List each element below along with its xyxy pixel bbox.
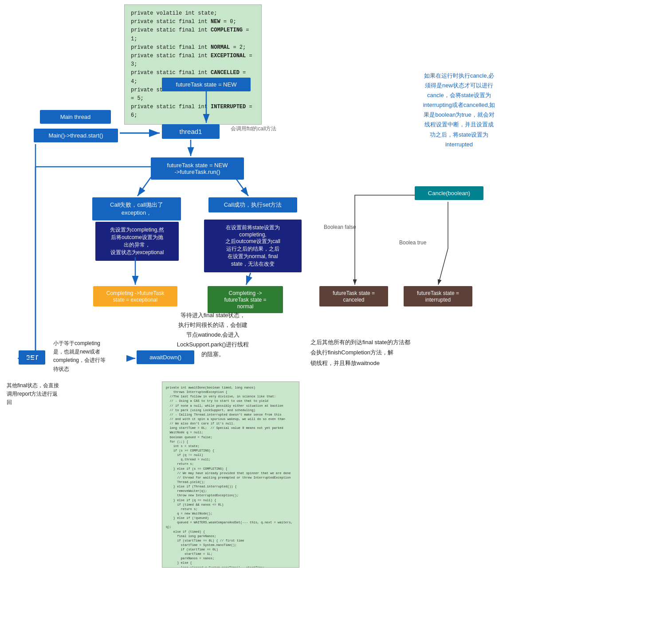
code-line-8: private static final int INTERRUPTED = 6… (131, 103, 255, 120)
code-line-4: private static final int NORMAL = 2; (131, 43, 255, 52)
svg-line-6 (246, 273, 251, 285)
box-call-fail-title: Call失败，call抛出了 exception， (92, 197, 181, 220)
text-get-detail: 小于等于completing 是，也就是new或者 completing，会进行… (53, 339, 131, 373)
arrows-svg (0, 0, 656, 644)
box-future-interrupted: futureTask state = interrupted (404, 286, 472, 306)
box-completing-exceptional: Completing ->futureTask state = exceptio… (93, 286, 177, 306)
box-main-thread: Main thread (40, 110, 111, 124)
text-boolean-false: Boolean false (324, 224, 356, 230)
box-completing-normal: Completing -> futureTask state = normal (208, 286, 283, 313)
text-cancel-note: 如果在运行时执行cancle,必 须得是new状态才可以进行 cancle，会将… (399, 71, 519, 149)
box-future-canceled: futureTask state = canceled (319, 286, 388, 306)
box-main-start: Main()->thread.start() (34, 129, 118, 142)
box-thread1: thread1 (162, 124, 220, 139)
text-finish-note: 之后其他所有的到达final state的方法都 会执行finishComple… (310, 337, 479, 368)
code-line-1: private volatile int state; (131, 9, 255, 18)
code-box-top: private volatile int state; private stat… (124, 4, 262, 125)
code-line-2: private static final int NEW = 0; (131, 18, 255, 26)
box-future-run: futureTask state = NEW ->futureTask.run(… (151, 157, 244, 180)
text-call-hint: 会调用ftd的call方法 (231, 125, 276, 133)
text-get-other: 其他final状态，会直接 调用report方法进行返 回 (7, 381, 78, 407)
text-boolea-true: Boolea true (399, 240, 426, 246)
code-line-5: private static final int EXCEPTIONAL = 3… (131, 52, 255, 69)
box-call-success-title: Call成功，执行set方法 (208, 197, 297, 212)
box-call-fail-detail: 先设置为completing,然 后将outcome设置为抛 出的异常， 设置状… (95, 222, 179, 261)
text-await-note: 等待进入final state状态， 执行时间很长的话，会创建 节点watino… (160, 310, 266, 359)
code-snippet-content: private int awaitDone(boolean timed, lon… (166, 385, 295, 568)
box-cancel-boolean: Cancle(boolean) (415, 186, 483, 200)
diagram-container: private volatile int state; private stat… (0, 0, 656, 644)
box-call-success-detail: 在设置前将state设置为 completing, 之后outcome设置为ca… (204, 220, 302, 272)
code-line-3: private static final int COMPLETING = 1; (131, 26, 255, 43)
code-snippet-bottom: private int awaitDone(boolean timed, lon… (162, 381, 299, 568)
box-get: GET (19, 350, 45, 365)
box-future-state-new: futureTask state = NEW (162, 78, 251, 91)
